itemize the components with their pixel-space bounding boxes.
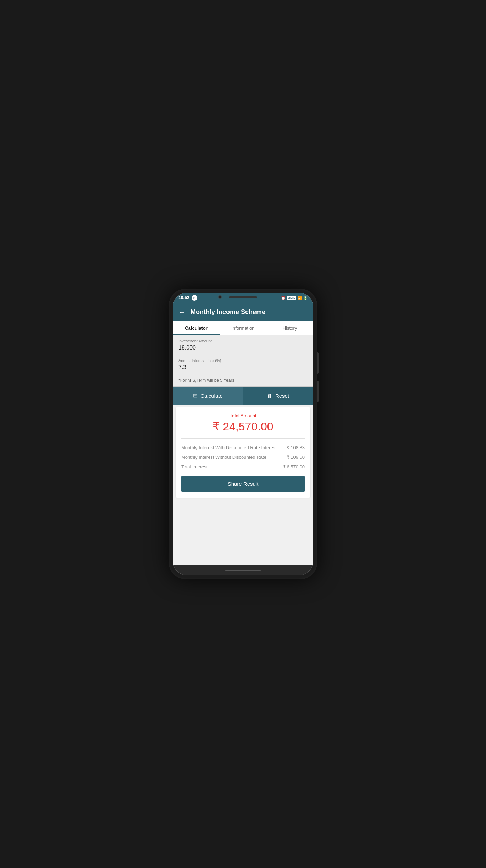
tab-information[interactable]: Information <box>220 321 266 335</box>
tab-calculator[interactable]: Calculator <box>173 321 220 335</box>
share-result-button[interactable]: Share Result <box>181 476 305 492</box>
total-interest-label: Total Interest <box>181 464 283 469</box>
monthly-interest-discounted-label: Monthly Interest With Discounted Rate In… <box>181 445 287 450</box>
annual-interest-rate-value[interactable]: 7.3 <box>178 364 308 372</box>
side-button-volume <box>317 352 319 374</box>
form-section: Investment Amount 18,000 Annual Interest… <box>173 335 313 405</box>
term-note: *For MIS,Term will be 5 Years <box>173 374 313 387</box>
tab-history[interactable]: History <box>266 321 313 335</box>
home-bar <box>173 565 313 575</box>
result-row-2: Monthly Interest Without Discounted Rate… <box>181 452 305 462</box>
monthly-interest-no-discount-label: Monthly Interest Without Discounted Rate <box>181 455 287 460</box>
trash-icon: 🗑 <box>267 393 272 399</box>
phone-screen: 10:52 P ⏰ VoLTE 📶 🔋 ← Monthly Income Sch… <box>173 293 313 575</box>
content-area: Investment Amount 18,000 Annual Interest… <box>173 335 313 565</box>
tabs-container: Calculator Information History <box>173 321 313 335</box>
back-button[interactable]: ← <box>178 308 186 316</box>
results-card: Total Amount ₹ 24,570.00 Monthly Interes… <box>176 407 310 498</box>
calculator-icon: ⊞ <box>193 392 198 399</box>
camera <box>218 295 222 299</box>
app-title: Monthly Income Scheme <box>190 308 265 316</box>
signal-icon: 📶 <box>298 296 302 300</box>
carrier-icon: P <box>192 295 197 301</box>
total-interest-value: ₹ 6,570.00 <box>283 464 305 469</box>
phone-frame: 10:52 P ⏰ VoLTE 📶 🔋 ← Monthly Income Sch… <box>169 289 317 579</box>
investment-amount-field: Investment Amount 18,000 <box>173 335 313 355</box>
investment-amount-value[interactable]: 18,000 <box>178 345 308 352</box>
result-row-1: Monthly Interest With Discounted Rate In… <box>181 443 305 452</box>
reset-button[interactable]: 🗑 Reset <box>243 387 313 405</box>
calculate-button[interactable]: ⊞ Calculate <box>173 387 243 405</box>
alarm-icon: ⏰ <box>281 296 285 300</box>
annual-interest-rate-field: Annual Interest Rate (%) 7.3 <box>173 355 313 374</box>
status-left: 10:52 P <box>178 295 197 301</box>
status-right: ⏰ VoLTE 📶 🔋 <box>281 296 308 300</box>
volte-badge: VoLTE <box>287 296 296 300</box>
monthly-interest-no-discount-value: ₹ 109.50 <box>287 455 305 460</box>
results-divider <box>181 438 305 439</box>
status-time: 10:52 <box>178 295 189 300</box>
side-button-power <box>317 381 319 402</box>
result-row-3: Total Interest ₹ 6,570.00 <box>181 462 305 472</box>
button-row: ⊞ Calculate 🗑 Reset <box>173 387 313 405</box>
total-amount-value: ₹ 24,570.00 <box>181 420 305 433</box>
total-amount-label: Total Amount <box>181 413 305 418</box>
monthly-interest-discounted-value: ₹ 108.83 <box>287 445 305 450</box>
speaker <box>229 296 257 298</box>
home-indicator <box>225 570 261 571</box>
annual-interest-rate-label: Annual Interest Rate (%) <box>178 358 308 363</box>
app-bar: ← Monthly Income Scheme <box>173 303 313 321</box>
investment-amount-label: Investment Amount <box>178 339 308 343</box>
battery-icon: 🔋 <box>303 296 308 300</box>
